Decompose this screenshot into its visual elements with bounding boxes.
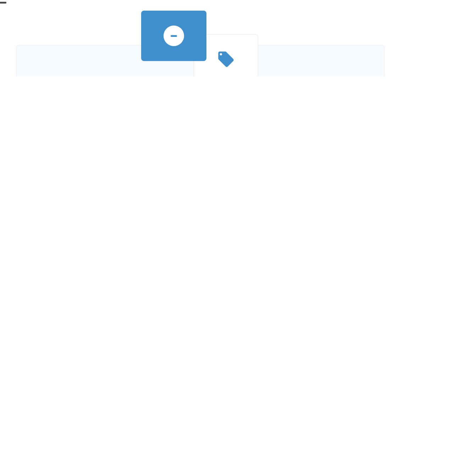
tag-icon bbox=[217, 50, 235, 70]
header-card-stack bbox=[141, 11, 258, 76]
top-dash-decor bbox=[0, 2, 6, 4]
minus-circle-icon bbox=[164, 26, 184, 46]
minus-card bbox=[141, 11, 206, 61]
